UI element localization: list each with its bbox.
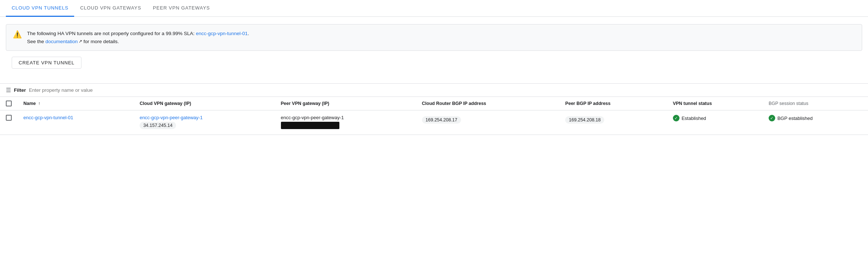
- vpn-tunnel-status-label: Established: [682, 116, 706, 121]
- header-cloud-router-bgp: Cloud Router BGP IP address: [416, 97, 560, 110]
- vpn-tunnels-table: Name ↑ Cloud VPN gateway (IP) Peer VPN g…: [0, 97, 868, 135]
- banner-text-after: .: [248, 31, 249, 36]
- select-all-checkbox[interactable]: [6, 101, 12, 106]
- banner-content: The following HA VPN tunnels are not pro…: [27, 30, 249, 45]
- cloud-vpn-gateway-ip: 34.157.245.14: [140, 122, 176, 129]
- warning-icon: ⚠️: [13, 30, 22, 39]
- banner-text-before: The following HA VPN tunnels are not pro…: [27, 31, 196, 36]
- header-peer-bgp: Peer BGP IP address: [559, 97, 667, 110]
- external-link-icon: ↗: [79, 39, 82, 44]
- cloud-router-bgp-ip: 169.254.208.17: [422, 116, 461, 124]
- create-vpn-tunnel-button[interactable]: CREATE VPN TUNNEL: [12, 57, 81, 69]
- row-peer-vpn-gateway-cell: encc-gcp-vpn-peer-gateway-1: [275, 110, 416, 135]
- sort-arrow-icon: ↑: [38, 101, 41, 106]
- filter-row: ☰ Filter: [0, 84, 868, 97]
- filter-label: Filter: [14, 87, 26, 93]
- documentation-link[interactable]: documentation: [45, 39, 78, 44]
- tab-cloud-vpn-gateways[interactable]: CLOUD VPN GATEWAYS: [74, 0, 147, 17]
- header-cloud-vpn-gateway: Cloud VPN gateway (IP): [134, 97, 275, 110]
- header-name[interactable]: Name ↑: [18, 97, 134, 110]
- tab-peer-vpn-gateways[interactable]: PEER VPN GATEWAYS: [147, 0, 216, 17]
- banner-more-details: for more details.: [82, 39, 119, 44]
- table-row: encc-gcp-vpn-tunnel-01 encc-gcp-vpn-peer…: [0, 110, 868, 135]
- tabs-bar: CLOUD VPN TUNNELS CLOUD VPN GATEWAYS PEE…: [0, 0, 868, 17]
- peer-bgp-ip: 169.254.208.18: [565, 116, 604, 124]
- header-checkbox: [0, 97, 18, 110]
- vpn-tunnel-status: ✓ Established: [673, 115, 757, 121]
- row-checkbox-cell: [0, 110, 18, 135]
- peer-vpn-gateway-ip-redacted: [281, 122, 339, 129]
- header-peer-vpn-gateway: Peer VPN gateway (IP): [275, 97, 416, 110]
- peer-vpn-gateway-name: encc-gcp-vpn-peer-gateway-1: [281, 115, 410, 120]
- header-vpn-tunnel-status: VPN tunnel status: [667, 97, 763, 110]
- tab-cloud-vpn-tunnels[interactable]: CLOUD VPN TUNNELS: [6, 0, 74, 17]
- tunnel-name-link[interactable]: encc-gcp-vpn-tunnel-01: [23, 115, 73, 120]
- row-cloud-vpn-gateway-cell: encc-gcp-vpn-peer-gateway-1 34.157.245.1…: [134, 110, 275, 135]
- bgp-session-status-label: BGP established: [777, 116, 813, 121]
- bgp-check-icon: ✓: [769, 115, 775, 121]
- warning-banner: ⚠️ The following HA VPN tunnels are not …: [6, 24, 862, 51]
- bgp-session-status: ✓ BGP established: [769, 115, 862, 121]
- filter-input[interactable]: [29, 87, 138, 93]
- header-bgp-session-status: BGP session status: [763, 97, 868, 110]
- row-name-cell: encc-gcp-vpn-tunnel-01: [18, 110, 134, 135]
- banner-see-text: See the: [27, 39, 45, 44]
- row-vpn-tunnel-status-cell: ✓ Established: [667, 110, 763, 135]
- filter-icon: ☰: [6, 87, 11, 94]
- tunnel-link[interactable]: encc-gcp-vpn-tunnel-01: [196, 31, 248, 36]
- row-bgp-session-status-cell: ✓ BGP established: [763, 110, 868, 135]
- table-header-row: Name ↑ Cloud VPN gateway (IP) Peer VPN g…: [0, 97, 868, 110]
- row-checkbox[interactable]: [6, 115, 12, 121]
- cloud-vpn-gateway-link[interactable]: encc-gcp-vpn-peer-gateway-1: [140, 115, 203, 120]
- row-peer-bgp-cell: 169.254.208.18: [559, 110, 667, 135]
- row-cloud-router-bgp-cell: 169.254.208.17: [416, 110, 560, 135]
- established-check-icon: ✓: [673, 115, 679, 121]
